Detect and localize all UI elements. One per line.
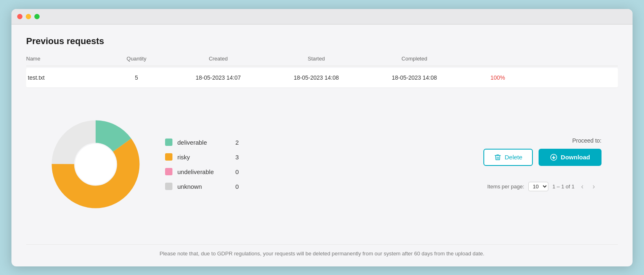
- col-created: Created: [173, 56, 263, 62]
- right-panel: Proceed to: Delete: [483, 137, 618, 192]
- titlebar: [11, 9, 633, 25]
- col-name: Name: [26, 56, 100, 62]
- legend-count-undeliverable: 0: [235, 168, 239, 175]
- chart-legend-block: deliverable 2 risky 3 undeliverable 0: [26, 119, 483, 209]
- items-per-page-select[interactable]: 10 25 50: [528, 182, 548, 191]
- proceed-label: Proceed to:: [572, 137, 602, 144]
- footer-note: Please note that, due to GDPR regulation…: [26, 244, 618, 260]
- legend-label-risky: risky: [177, 154, 230, 161]
- minimize-button[interactable]: [26, 14, 31, 19]
- delete-label: Delete: [505, 154, 522, 161]
- download-button[interactable]: Download: [539, 149, 602, 166]
- trash-icon: [494, 154, 501, 161]
- footer-note-text: Please note that, due to GDPR regulation…: [160, 250, 485, 257]
- col-completed: Completed: [369, 56, 459, 62]
- legend-item-risky: risky 3: [165, 153, 239, 161]
- cell-name: test.txt: [26, 74, 100, 81]
- svg-point-3: [75, 144, 116, 185]
- legend-label-unknown: unknown: [177, 183, 230, 190]
- main-window: Previous requests Name Quantity Created …: [11, 9, 633, 266]
- col-started: Started: [263, 56, 369, 62]
- download-icon: [550, 154, 557, 161]
- next-page-button[interactable]: ›: [590, 181, 597, 192]
- legend-count-deliverable: 2: [235, 139, 239, 146]
- prev-page-button[interactable]: ‹: [579, 181, 586, 192]
- legend-label-deliverable: deliverable: [177, 139, 230, 146]
- undeliverable-color-swatch: [165, 168, 172, 175]
- legend: deliverable 2 risky 3 undeliverable 0: [165, 139, 239, 190]
- legend-count-unknown: 0: [235, 183, 239, 190]
- content-area: Previous requests Name Quantity Created …: [11, 25, 633, 266]
- page-title: Previous requests: [26, 36, 618, 47]
- legend-item-deliverable: deliverable 2: [165, 139, 239, 146]
- donut-svg: [51, 119, 141, 209]
- cell-started: 18-05-2023 14:08: [263, 74, 369, 81]
- legend-label-undeliverable: undeliverable: [177, 168, 230, 175]
- legend-count-risky: 3: [235, 154, 239, 161]
- download-label: Download: [561, 154, 590, 161]
- legend-item-unknown: unknown 0: [165, 183, 239, 190]
- chart-actions-row: deliverable 2 risky 3 undeliverable 0: [26, 88, 618, 241]
- pagination-row: Items per page: 10 25 50 1 – 1 of 1 ‹ ›: [487, 181, 602, 192]
- page-info: 1 – 1 of 1: [552, 183, 575, 190]
- unknown-color-swatch: [165, 183, 172, 190]
- items-per-page-label: Items per page:: [487, 183, 524, 190]
- close-button[interactable]: [17, 14, 22, 19]
- cell-percent: 100%: [459, 74, 508, 81]
- col-quantity: Quantity: [100, 56, 173, 62]
- donut-chart: [51, 119, 141, 209]
- buttons-row: Delete Download: [483, 149, 602, 166]
- legend-item-undeliverable: undeliverable 0: [165, 168, 239, 175]
- table-row: test.txt 5 18-05-2023 14:07 18-05-2023 1…: [26, 68, 618, 88]
- delete-button[interactable]: Delete: [483, 149, 533, 166]
- cell-completed: 18-05-2023 14:08: [369, 74, 459, 81]
- table-header: Name Quantity Created Started Completed: [26, 56, 618, 66]
- col-extra: [459, 56, 508, 62]
- cell-quantity: 5: [100, 74, 173, 81]
- deliverable-color-swatch: [165, 139, 172, 146]
- maximize-button[interactable]: [34, 14, 40, 19]
- risky-color-swatch: [165, 153, 172, 161]
- cell-created: 18-05-2023 14:07: [173, 74, 263, 81]
